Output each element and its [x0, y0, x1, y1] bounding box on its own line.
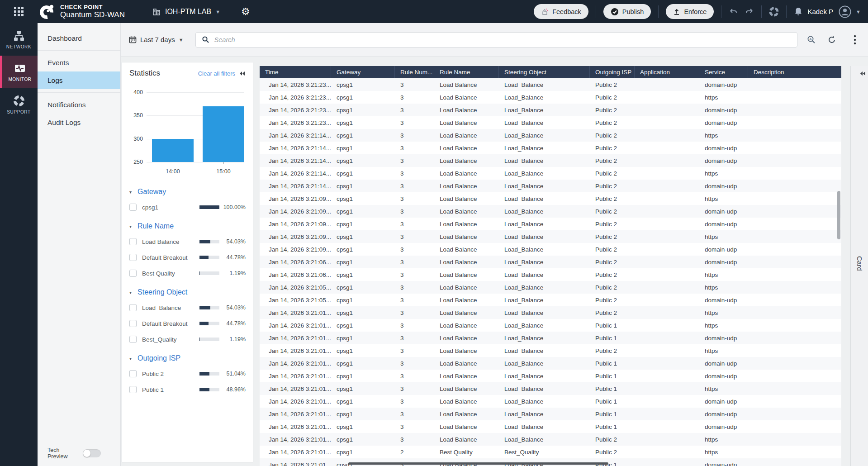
column-header-description[interactable]: Description — [748, 66, 841, 78]
sidebar-item-events[interactable]: Events — [38, 54, 120, 71]
column-header-time[interactable]: Time — [260, 66, 331, 78]
publish-button[interactable]: Publish — [603, 4, 651, 19]
table-row[interactable]: Jan 14, 2026 3:21:01...cpsg12Best Qualit… — [260, 446, 841, 458]
bell-icon[interactable] — [794, 7, 803, 17]
sidebar-item-logs[interactable]: Logs — [38, 71, 120, 89]
cell-gateway: cpsg1 — [331, 192, 395, 205]
collapse-double-chevron-icon[interactable] — [859, 71, 866, 76]
table-row[interactable]: Jan 14, 2026 3:21:14...cpsg13Load Balanc… — [260, 154, 841, 167]
x-axis-tick — [173, 162, 173, 164]
table-row[interactable]: Jan 14, 2026 3:21:09...cpsg13Load Balanc… — [260, 230, 841, 243]
column-header-outgoing-isp[interactable]: Outgoing ISP — [590, 66, 635, 78]
tech-preview-toggle[interactable] — [83, 449, 101, 457]
checkbox[interactable] — [129, 336, 137, 343]
chevron-down-icon[interactable]: ▼ — [856, 9, 861, 14]
card-tab-label[interactable]: Card — [856, 256, 863, 271]
checkbox[interactable] — [129, 238, 137, 245]
filter-group-heading[interactable]: ▾Steering Object — [129, 288, 246, 296]
refresh-icon[interactable] — [827, 35, 836, 44]
gear-icon[interactable]: ⚙ — [241, 7, 250, 17]
table-row[interactable]: Jan 14, 2026 3:21:01...cpsg13Load Balanc… — [260, 306, 841, 319]
table-row[interactable]: Jan 14, 2026 3:21:23...cpsg13Load Balanc… — [260, 91, 841, 104]
table-row[interactable]: Jan 14, 2026 3:21:09...cpsg13Load Balanc… — [260, 205, 841, 218]
filter-group-heading[interactable]: ▾Gateway — [129, 188, 246, 196]
rail-item-network[interactable]: NETWORK — [0, 23, 38, 56]
table-row[interactable]: Jan 14, 2026 3:21:05...cpsg13Load Balanc… — [260, 281, 841, 294]
table-row[interactable]: Jan 14, 2026 3:21:09...cpsg13Load Balanc… — [260, 243, 841, 256]
table-row[interactable]: Jan 14, 2026 3:21:23...cpsg13Load Balanc… — [260, 116, 841, 129]
column-header-application[interactable]: Application — [635, 66, 699, 78]
collapse-double-chevron-icon[interactable] — [239, 71, 246, 76]
column-header-gateway[interactable]: Gateway — [331, 66, 395, 78]
undo-icon[interactable] — [729, 8, 738, 16]
sidebar-item-notifications[interactable]: Notifications — [38, 96, 120, 114]
table-row[interactable]: Jan 14, 2026 3:21:23...cpsg13Load Balanc… — [260, 78, 841, 91]
horizontal-scrollbar-thumb[interactable] — [348, 462, 608, 465]
table-row[interactable]: Jan 14, 2026 3:21:01...cpsg13Load Balanc… — [260, 319, 841, 332]
enforce-button[interactable]: Enforce — [666, 4, 714, 19]
tenant-selector[interactable]: IOH-PTM LAB ▼ — [152, 7, 220, 16]
table-row[interactable]: Jan 14, 2026 3:21:01...cpsg13Load Balanc… — [260, 408, 841, 420]
feedback-button[interactable]: Feedback — [534, 4, 588, 19]
filter-bar-fill — [199, 256, 209, 259]
filter-bar-track — [199, 338, 219, 341]
table-row[interactable]: Jan 14, 2026 3:21:09...cpsg13Load Balanc… — [260, 218, 841, 230]
chart-bar[interactable] — [152, 139, 194, 162]
sidebar-item-audit-logs[interactable]: Audit Logs — [38, 114, 120, 131]
table-row[interactable]: Jan 14, 2026 3:21:01...cpsg13Load Balanc… — [260, 344, 841, 357]
table-row[interactable]: Jan 14, 2026 3:21:01...cpsg13Load Balanc… — [260, 357, 841, 370]
apps-grid-icon[interactable] — [0, 7, 38, 16]
redo-icon[interactable] — [745, 8, 754, 16]
cell-time-text: Jan 14, 2026 3:21:01... — [269, 347, 331, 354]
table-row[interactable]: Jan 14, 2026 3:21:14...cpsg13Load Balanc… — [260, 142, 841, 154]
checkbox[interactable] — [129, 204, 137, 211]
sidebar-item-dashboard[interactable]: Dashboard — [38, 29, 120, 47]
table-row[interactable]: Jan 14, 2026 3:21:09...cpsg13Load Balanc… — [260, 192, 841, 205]
checkbox[interactable] — [129, 304, 137, 311]
column-header-steering-object[interactable]: Steering Object — [499, 66, 590, 78]
time-range-selector[interactable]: Last 7 days ▼ — [129, 36, 184, 43]
chart-bar[interactable] — [203, 106, 244, 162]
cell-outgoing-isp: Public 1 — [590, 332, 635, 344]
clear-all-filters-link[interactable]: Clear all filters — [198, 70, 235, 77]
table-row[interactable]: Jan 14, 2026 3:21:01...cpsg13Load Balanc… — [260, 395, 841, 408]
table-row[interactable]: Jan 14, 2026 3:21:14...cpsg13Load Balanc… — [260, 167, 841, 180]
table-row[interactable]: Jan 14, 2026 3:21:23...cpsg13Load Balanc… — [260, 104, 841, 116]
column-header-service[interactable]: Service — [699, 66, 748, 78]
rail-item-monitor[interactable]: MONITOR — [0, 56, 38, 88]
table-row[interactable]: Jan 14, 2026 3:21:06...cpsg13Load Balanc… — [260, 256, 841, 268]
checkbox[interactable] — [129, 370, 137, 377]
help-lifebuoy-icon[interactable] — [769, 7, 779, 17]
left-icon-rail: NETWORK MONITOR SUPPORT — [0, 23, 38, 466]
table-row[interactable]: Jan 14, 2026 3:21:05...cpsg13Load Balanc… — [260, 294, 841, 306]
cell-rule-num: 3 — [395, 420, 434, 433]
table-row[interactable]: Jan 14, 2026 3:21:06...cpsg13Load Balanc… — [260, 268, 841, 281]
checkbox[interactable] — [129, 320, 137, 327]
table-row[interactable]: Jan 14, 2026 3:21:01...cpsg13Load Balanc… — [260, 433, 841, 446]
filter-group-heading[interactable]: ▾Outgoing ISP — [129, 354, 246, 362]
search-input[interactable] — [214, 36, 791, 43]
checkbox[interactable] — [129, 254, 137, 261]
table-row[interactable]: Jan 14, 2026 3:21:01...cpsg13Load Balanc… — [260, 382, 841, 395]
table-row[interactable]: Jan 14, 2026 3:21:01...cpsg13Load Balanc… — [260, 420, 841, 433]
filter-group-heading[interactable]: ▾Rule Name — [129, 222, 246, 230]
kebab-menu-icon[interactable] — [854, 35, 856, 45]
table-row[interactable]: Jan 14, 2026 3:21:14...cpsg13Load Balanc… — [260, 180, 841, 192]
avatar-icon[interactable] — [839, 5, 851, 18]
column-header-rule-name[interactable]: Rule Name — [434, 66, 499, 78]
checkbox[interactable] — [129, 270, 137, 277]
user-name[interactable]: Kadek P — [807, 8, 833, 15]
find-text-icon[interactable]: A — [806, 35, 816, 44]
cell-service: domain-udp — [699, 104, 748, 116]
checkbox[interactable] — [129, 386, 137, 393]
table-row[interactable]: Jan 14, 2026 3:21:01...cpsg13Load Balanc… — [260, 332, 841, 344]
cell-description — [748, 142, 841, 154]
cell-description — [748, 370, 841, 382]
cell-service: domain-udp — [699, 294, 748, 306]
table-row[interactable]: Jan 14, 2026 3:21:14...cpsg13Load Balanc… — [260, 129, 841, 142]
cell-gateway: cpsg1 — [331, 78, 395, 91]
vertical-scrollbar-thumb[interactable] — [837, 191, 840, 239]
table-row[interactable]: Jan 14, 2026 3:21:01...cpsg13Load Balanc… — [260, 370, 841, 382]
column-header-rule-num[interactable]: Rule Num... — [395, 66, 434, 78]
rail-item-support[interactable]: SUPPORT — [0, 88, 38, 121]
